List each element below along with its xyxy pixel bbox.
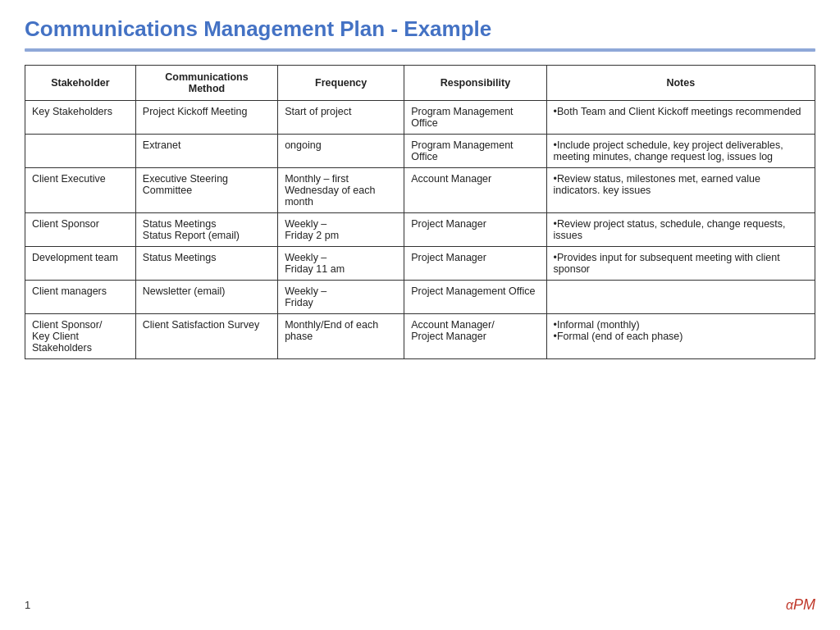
cell-method: Project Kickoff Meeting — [135, 101, 277, 135]
cell-notes — [546, 281, 815, 314]
cell-frequency: Monthly – first Wednesday of each month — [278, 168, 404, 213]
cell-frequency: ongoing — [278, 135, 404, 168]
cell-responsibility: Account Manager — [404, 168, 546, 213]
cell-notes: •Provides input for subsequent meeting w… — [546, 247, 815, 281]
cell-stakeholder: Client Sponsor — [25, 213, 136, 247]
cell-stakeholder: Client Sponsor/Key ClientStakeholders — [25, 314, 136, 359]
cell-responsibility: Project Manager — [404, 213, 546, 247]
cell-notes: •Review project status, schedule, change… — [546, 213, 815, 247]
cell-frequency: Weekly –Friday 11 am — [278, 247, 404, 281]
cell-notes: •Review status, milestones met, earned v… — [546, 168, 815, 213]
cell-notes: •Informal (monthly)•Formal (end of each … — [546, 314, 815, 359]
page-container: Communications Management Plan - Example… — [0, 0, 840, 630]
page-title: Communications Management Plan - Example — [25, 16, 815, 42]
header-frequency: Frequency — [278, 66, 404, 101]
cell-stakeholder: Development team — [25, 247, 136, 281]
cell-frequency: Monthly/End of each phase — [278, 314, 404, 359]
cell-frequency: Weekly –Friday — [278, 281, 404, 314]
cell-responsibility: Project Manager — [404, 247, 546, 281]
cell-stakeholder: Key Stakeholders — [25, 101, 136, 135]
cell-stakeholder: Client Executive — [25, 168, 136, 213]
header-responsibility: Responsibility — [404, 66, 546, 101]
cell-responsibility: Project Management Office — [404, 281, 546, 314]
cell-method: Status Meetings — [135, 247, 277, 281]
cell-notes: •Include project schedule, key project d… — [546, 135, 815, 168]
logo: αPM — [786, 596, 815, 614]
alpha-symbol: α — [786, 598, 793, 612]
page-number: 1 — [25, 599, 30, 611]
cell-stakeholder — [25, 135, 136, 168]
cell-stakeholder: Client managers — [25, 281, 136, 314]
cell-notes: •Both Team and Client Kickoff meetings r… — [546, 101, 815, 135]
cell-responsibility: Program Management Office — [404, 135, 546, 168]
table-row: Client Sponsor/Key ClientStakeholdersCli… — [25, 314, 815, 359]
table-row: ExtranetongoingProgram Management Office… — [25, 135, 815, 168]
table-row: Client ExecutiveExecutive Steering Commi… — [25, 168, 815, 213]
cell-method: Status MeetingsStatus Report (email) — [135, 213, 277, 247]
cell-frequency: Start of project — [278, 101, 404, 135]
title-underline — [25, 48, 815, 52]
footer: 1 αPM — [25, 596, 815, 614]
header-comm-method: CommunicationsMethod — [135, 66, 277, 101]
header-notes: Notes — [546, 66, 815, 101]
table-row: Client managersNewsletter (email)Weekly … — [25, 281, 815, 314]
cell-method: Client Satisfaction Survey — [135, 314, 277, 359]
cell-method: Extranet — [135, 135, 277, 168]
cell-method: Executive Steering Committee — [135, 168, 277, 213]
cell-frequency: Weekly –Friday 2 pm — [278, 213, 404, 247]
table-row: Key StakeholdersProject Kickoff MeetingS… — [25, 101, 815, 135]
cell-responsibility: Account Manager/Project Manager — [404, 314, 546, 359]
table-wrapper: Stakeholder CommunicationsMethod Frequen… — [25, 65, 815, 588]
communications-table: Stakeholder CommunicationsMethod Frequen… — [25, 65, 815, 359]
header-stakeholder: Stakeholder — [25, 66, 136, 101]
cell-responsibility: Program Management Office — [404, 101, 546, 135]
cell-method: Newsletter (email) — [135, 281, 277, 314]
table-row: Client SponsorStatus MeetingsStatus Repo… — [25, 213, 815, 247]
table-row: Development teamStatus MeetingsWeekly –F… — [25, 247, 815, 281]
